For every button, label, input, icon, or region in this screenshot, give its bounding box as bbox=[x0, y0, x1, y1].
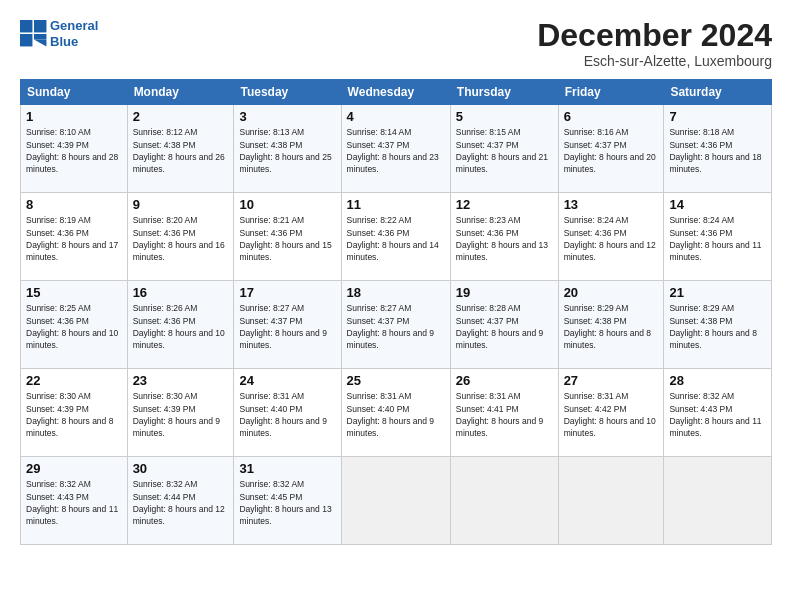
calendar-cell bbox=[341, 457, 450, 545]
calendar-cell: 3 Sunrise: 8:13 AMSunset: 4:38 PMDayligh… bbox=[234, 105, 341, 193]
day-info: Sunrise: 8:26 AMSunset: 4:36 PMDaylight:… bbox=[133, 302, 229, 351]
calendar-week-5: 29 Sunrise: 8:32 AMSunset: 4:43 PMDaylig… bbox=[21, 457, 772, 545]
calendar-cell: 20 Sunrise: 8:29 AMSunset: 4:38 PMDaylig… bbox=[558, 281, 664, 369]
title-area: December 2024 Esch-sur-Alzette, Luxembou… bbox=[537, 18, 772, 69]
calendar-header-row: SundayMondayTuesdayWednesdayThursdayFrid… bbox=[21, 80, 772, 105]
day-info: Sunrise: 8:30 AMSunset: 4:39 PMDaylight:… bbox=[26, 390, 122, 439]
day-number: 8 bbox=[26, 197, 122, 212]
day-number: 28 bbox=[669, 373, 766, 388]
day-number: 5 bbox=[456, 109, 553, 124]
day-number: 23 bbox=[133, 373, 229, 388]
day-number: 15 bbox=[26, 285, 122, 300]
day-number: 18 bbox=[347, 285, 445, 300]
calendar-cell: 24 Sunrise: 8:31 AMSunset: 4:40 PMDaylig… bbox=[234, 369, 341, 457]
day-info: Sunrise: 8:13 AMSunset: 4:38 PMDaylight:… bbox=[239, 126, 335, 175]
day-info: Sunrise: 8:24 AMSunset: 4:36 PMDaylight:… bbox=[564, 214, 659, 263]
calendar-cell: 10 Sunrise: 8:21 AMSunset: 4:36 PMDaylig… bbox=[234, 193, 341, 281]
day-info: Sunrise: 8:14 AMSunset: 4:37 PMDaylight:… bbox=[347, 126, 445, 175]
calendar-cell: 29 Sunrise: 8:32 AMSunset: 4:43 PMDaylig… bbox=[21, 457, 128, 545]
calendar-cell: 4 Sunrise: 8:14 AMSunset: 4:37 PMDayligh… bbox=[341, 105, 450, 193]
day-number: 4 bbox=[347, 109, 445, 124]
calendar-cell: 27 Sunrise: 8:31 AMSunset: 4:42 PMDaylig… bbox=[558, 369, 664, 457]
logo-icon bbox=[20, 20, 48, 48]
day-number: 16 bbox=[133, 285, 229, 300]
calendar-cell: 22 Sunrise: 8:30 AMSunset: 4:39 PMDaylig… bbox=[21, 369, 128, 457]
day-info: Sunrise: 8:21 AMSunset: 4:36 PMDaylight:… bbox=[239, 214, 335, 263]
day-info: Sunrise: 8:27 AMSunset: 4:37 PMDaylight:… bbox=[347, 302, 445, 351]
day-number: 10 bbox=[239, 197, 335, 212]
calendar-cell: 6 Sunrise: 8:16 AMSunset: 4:37 PMDayligh… bbox=[558, 105, 664, 193]
calendar-cell: 8 Sunrise: 8:19 AMSunset: 4:36 PMDayligh… bbox=[21, 193, 128, 281]
day-number: 14 bbox=[669, 197, 766, 212]
day-number: 11 bbox=[347, 197, 445, 212]
day-number: 7 bbox=[669, 109, 766, 124]
calendar-cell bbox=[558, 457, 664, 545]
day-info: Sunrise: 8:32 AMSunset: 4:43 PMDaylight:… bbox=[669, 390, 766, 439]
calendar-cell: 1 Sunrise: 8:10 AMSunset: 4:39 PMDayligh… bbox=[21, 105, 128, 193]
day-number: 13 bbox=[564, 197, 659, 212]
calendar-cell: 31 Sunrise: 8:32 AMSunset: 4:45 PMDaylig… bbox=[234, 457, 341, 545]
calendar-page: General Blue December 2024 Esch-sur-Alze… bbox=[0, 0, 792, 612]
day-number: 3 bbox=[239, 109, 335, 124]
day-number: 30 bbox=[133, 461, 229, 476]
day-info: Sunrise: 8:16 AMSunset: 4:37 PMDaylight:… bbox=[564, 126, 659, 175]
day-info: Sunrise: 8:32 AMSunset: 4:43 PMDaylight:… bbox=[26, 478, 122, 527]
day-info: Sunrise: 8:29 AMSunset: 4:38 PMDaylight:… bbox=[669, 302, 766, 351]
day-info: Sunrise: 8:24 AMSunset: 4:36 PMDaylight:… bbox=[669, 214, 766, 263]
calendar-week-4: 22 Sunrise: 8:30 AMSunset: 4:39 PMDaylig… bbox=[21, 369, 772, 457]
day-info: Sunrise: 8:32 AMSunset: 4:44 PMDaylight:… bbox=[133, 478, 229, 527]
calendar-cell: 26 Sunrise: 8:31 AMSunset: 4:41 PMDaylig… bbox=[450, 369, 558, 457]
calendar-week-2: 8 Sunrise: 8:19 AMSunset: 4:36 PMDayligh… bbox=[21, 193, 772, 281]
calendar-cell: 30 Sunrise: 8:32 AMSunset: 4:44 PMDaylig… bbox=[127, 457, 234, 545]
weekday-header-saturday: Saturday bbox=[664, 80, 772, 105]
svg-rect-0 bbox=[20, 20, 32, 32]
day-info: Sunrise: 8:31 AMSunset: 4:42 PMDaylight:… bbox=[564, 390, 659, 439]
svg-rect-3 bbox=[34, 34, 46, 39]
calendar-cell: 23 Sunrise: 8:30 AMSunset: 4:39 PMDaylig… bbox=[127, 369, 234, 457]
header: General Blue December 2024 Esch-sur-Alze… bbox=[20, 18, 772, 69]
logo: General Blue bbox=[20, 18, 98, 49]
calendar-cell: 7 Sunrise: 8:18 AMSunset: 4:36 PMDayligh… bbox=[664, 105, 772, 193]
logo-text: General Blue bbox=[50, 18, 98, 49]
day-info: Sunrise: 8:31 AMSunset: 4:41 PMDaylight:… bbox=[456, 390, 553, 439]
day-info: Sunrise: 8:15 AMSunset: 4:37 PMDaylight:… bbox=[456, 126, 553, 175]
day-number: 26 bbox=[456, 373, 553, 388]
calendar-cell: 21 Sunrise: 8:29 AMSunset: 4:38 PMDaylig… bbox=[664, 281, 772, 369]
weekday-header-sunday: Sunday bbox=[21, 80, 128, 105]
day-info: Sunrise: 8:23 AMSunset: 4:36 PMDaylight:… bbox=[456, 214, 553, 263]
calendar-cell: 13 Sunrise: 8:24 AMSunset: 4:36 PMDaylig… bbox=[558, 193, 664, 281]
month-title: December 2024 bbox=[537, 18, 772, 53]
calendar-cell: 17 Sunrise: 8:27 AMSunset: 4:37 PMDaylig… bbox=[234, 281, 341, 369]
day-number: 24 bbox=[239, 373, 335, 388]
svg-rect-2 bbox=[20, 34, 32, 46]
day-number: 20 bbox=[564, 285, 659, 300]
location-subtitle: Esch-sur-Alzette, Luxembourg bbox=[537, 53, 772, 69]
day-number: 22 bbox=[26, 373, 122, 388]
day-number: 1 bbox=[26, 109, 122, 124]
calendar-cell: 9 Sunrise: 8:20 AMSunset: 4:36 PMDayligh… bbox=[127, 193, 234, 281]
calendar-cell: 11 Sunrise: 8:22 AMSunset: 4:36 PMDaylig… bbox=[341, 193, 450, 281]
day-info: Sunrise: 8:29 AMSunset: 4:38 PMDaylight:… bbox=[564, 302, 659, 351]
day-info: Sunrise: 8:28 AMSunset: 4:37 PMDaylight:… bbox=[456, 302, 553, 351]
day-info: Sunrise: 8:19 AMSunset: 4:36 PMDaylight:… bbox=[26, 214, 122, 263]
weekday-header-thursday: Thursday bbox=[450, 80, 558, 105]
svg-rect-1 bbox=[34, 20, 46, 32]
calendar-cell bbox=[450, 457, 558, 545]
calendar-table: SundayMondayTuesdayWednesdayThursdayFrid… bbox=[20, 79, 772, 545]
day-number: 21 bbox=[669, 285, 766, 300]
svg-marker-4 bbox=[34, 39, 46, 46]
calendar-cell: 15 Sunrise: 8:25 AMSunset: 4:36 PMDaylig… bbox=[21, 281, 128, 369]
weekday-header-monday: Monday bbox=[127, 80, 234, 105]
day-info: Sunrise: 8:27 AMSunset: 4:37 PMDaylight:… bbox=[239, 302, 335, 351]
calendar-cell: 5 Sunrise: 8:15 AMSunset: 4:37 PMDayligh… bbox=[450, 105, 558, 193]
day-number: 12 bbox=[456, 197, 553, 212]
day-number: 19 bbox=[456, 285, 553, 300]
calendar-cell: 14 Sunrise: 8:24 AMSunset: 4:36 PMDaylig… bbox=[664, 193, 772, 281]
calendar-cell: 19 Sunrise: 8:28 AMSunset: 4:37 PMDaylig… bbox=[450, 281, 558, 369]
day-info: Sunrise: 8:12 AMSunset: 4:38 PMDaylight:… bbox=[133, 126, 229, 175]
day-info: Sunrise: 8:20 AMSunset: 4:36 PMDaylight:… bbox=[133, 214, 229, 263]
weekday-header-wednesday: Wednesday bbox=[341, 80, 450, 105]
calendar-cell: 28 Sunrise: 8:32 AMSunset: 4:43 PMDaylig… bbox=[664, 369, 772, 457]
day-info: Sunrise: 8:22 AMSunset: 4:36 PMDaylight:… bbox=[347, 214, 445, 263]
day-info: Sunrise: 8:31 AMSunset: 4:40 PMDaylight:… bbox=[347, 390, 445, 439]
